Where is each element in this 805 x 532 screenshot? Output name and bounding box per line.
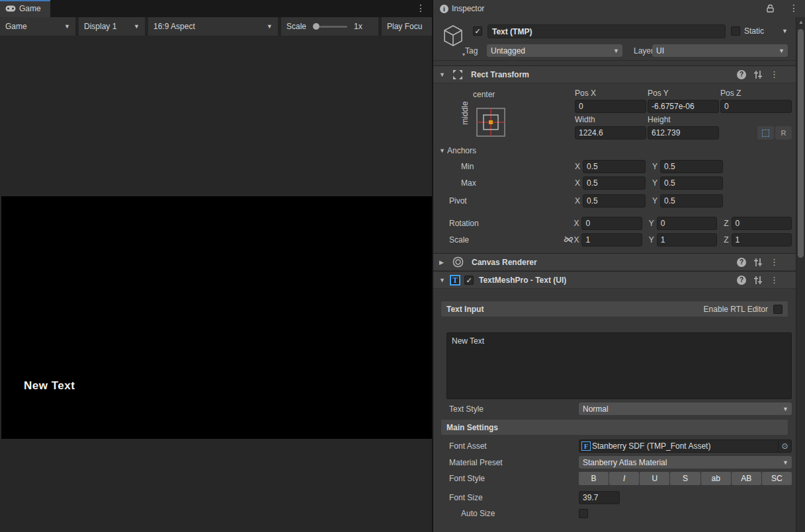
kebab-icon[interactable]: ⋮ [770,275,779,285]
foldout-collapsed-icon[interactable]: ▶ [439,259,447,266]
tmp-enabled-checkbox[interactable]: ✓ [464,276,474,285]
rotation-x-field[interactable]: 0 [581,217,642,230]
game-panel-kebab-icon[interactable]: ⋮ [416,3,425,13]
scrollbar-thumb[interactable] [798,29,804,258]
anchors-min-y-field[interactable]: 0.5 [660,160,723,173]
pivot-x-field[interactable]: 0.5 [583,194,646,208]
rect-transform-header[interactable]: ▼ Rect Transform ? ⋮ [433,65,796,83]
text-style-value: Normal [583,404,609,414]
inspector-tabstrip: i Inspector ⋮ [433,0,805,17]
width-label: Width [575,115,646,126]
font-asset-icon: F [581,441,591,451]
pos-z-field[interactable]: 0 [720,100,792,113]
aspect-dropdown-label: 16:9 Aspect [153,22,195,31]
font-asset-object-field[interactable]: F Stanberry SDF (TMP_Font Asset) ⊙ [579,439,792,453]
chevron-down-icon: ▼ [783,459,788,466]
rotation-z-field[interactable]: 0 [732,217,792,230]
raw-edit-mode-button[interactable]: R [775,126,792,139]
scale-y-field[interactable]: 1 [657,233,717,247]
pos-y-field[interactable]: -6.6757e-06 [648,100,719,113]
tab-game[interactable]: Game [0,0,50,17]
material-preset-label: Material Preset [433,458,579,467]
scrollbar-up-icon[interactable]: ▲ [798,19,804,25]
enable-rtl-label: Enable RTL Editor [704,305,768,314]
active-checkbox[interactable]: ✓ [473,26,482,36]
scale-slider-track[interactable] [319,26,347,28]
x-axis-label: X [575,178,580,188]
static-checkbox[interactable] [731,26,740,36]
chevron-down-icon: ▼ [134,23,140,30]
scale-slider-knob[interactable] [313,23,319,30]
font-style-row: Font Style B I U S ab AB SC [433,472,796,485]
tag-dropdown[interactable]: Untagged ▼ [487,44,622,57]
anchors-min-x-field[interactable]: 0.5 [583,160,646,173]
display-dropdown-label: Display 1 [84,22,116,31]
enable-rtl-checkbox[interactable] [773,305,783,314]
kebab-icon[interactable]: ⋮ [770,69,779,79]
anchors-max-y-field[interactable]: 0.5 [660,176,723,190]
scale-x-field[interactable]: 1 [581,233,642,247]
static-dropdown-icon[interactable]: ▼ [782,28,788,34]
object-picker-icon[interactable]: ⊙ [778,440,791,452]
spacer [433,208,792,213]
kebab-icon[interactable]: ⋮ [770,257,779,267]
gamepad-icon [5,5,16,12]
bold-button[interactable]: B [579,472,609,485]
tmp-header[interactable]: ▼ T ✓ TextMeshPro - Text (UI) ? ⋮ [433,271,796,289]
help-icon[interactable]: ? [737,70,746,79]
blueprint-mode-button[interactable] [757,126,774,139]
game-viewport[interactable]: New Text [1,196,432,439]
width-field[interactable]: 1224.6 [575,126,646,139]
strikethrough-button[interactable]: S [670,472,700,485]
play-focused-button[interactable]: Play Focu [382,17,432,36]
gameobject-name-field[interactable]: Text (TMP) [487,24,726,38]
text-input-area[interactable]: New Text [446,332,792,399]
canvas-renderer-header[interactable]: ▶ Canvas Renderer ? ⋮ [433,253,796,271]
game-toolbar: Game ▼ Display 1 ▼ 16:9 Aspect ▼ Scale 1… [0,17,432,36]
anchor-horizontal-label: center [473,90,495,99]
pivot-y-field[interactable]: 0.5 [660,194,723,208]
foldout-expanded-icon[interactable]: ▼ [439,71,447,78]
help-icon[interactable]: ? [737,258,746,267]
foldout-expanded-icon[interactable]: ▼ [439,277,447,284]
rect-transform-body: center middle Pos X 0 Pos Y -6.6757e-06 … [433,83,796,253]
material-preset-dropdown[interactable]: Stanberry Atlas Material ▼ [579,456,792,469]
inspector-scrollbar[interactable]: ▲ [796,17,805,532]
auto-size-checkbox[interactable] [579,509,588,518]
smallcaps-button[interactable]: SC [762,472,792,485]
tab-inspector[interactable]: i Inspector [433,0,805,17]
canvas-renderer-title: Canvas Renderer [472,258,537,267]
scale-z-field[interactable]: 1 [732,233,792,247]
help-icon[interactable]: ? [737,276,746,285]
main-settings-bar[interactable]: Main Settings [441,420,788,435]
rotation-y-field[interactable]: 0 [657,217,717,230]
aspect-ratio-dropdown[interactable]: 16:9 Aspect ▼ [148,17,278,36]
layer-dropdown[interactable]: UI ▼ [652,44,788,57]
text-style-dropdown[interactable]: Normal ▼ [579,402,792,415]
underline-button[interactable]: U [640,472,669,485]
presets-icon[interactable] [753,276,763,285]
lock-icon[interactable] [766,4,775,13]
height-label: Height [648,115,719,126]
pos-x-field[interactable]: 0 [575,100,646,113]
italic-button[interactable]: I [609,472,639,485]
inspector-kebab-icon[interactable]: ⋮ [789,3,798,13]
anchors-max-x-field[interactable]: 0.5 [583,176,646,190]
game-view-dropdown[interactable]: Game ▼ [0,17,75,36]
pos-y-label: Pos Y [648,89,719,100]
broken-link-icon[interactable] [564,235,574,245]
tab-inspector-label: Inspector [452,4,484,13]
gameobject-cube-icon[interactable] [442,24,464,49]
anchors-foldout[interactable]: ▼ Anchors [433,145,792,157]
font-size-field[interactable]: 39.7 [579,491,620,504]
presets-icon[interactable] [753,258,763,267]
static-label: Static [744,26,764,36]
chevron-down-icon: ▼ [64,23,70,30]
lowercase-button[interactable]: ab [701,472,731,485]
chevron-down-icon: ▼ [779,48,784,54]
presets-icon[interactable] [753,70,763,79]
chevron-down-icon: ▼ [783,406,788,412]
height-field[interactable]: 612.739 [648,126,719,139]
uppercase-button[interactable]: AB [732,472,761,485]
display-dropdown[interactable]: Display 1 ▼ [79,17,145,36]
